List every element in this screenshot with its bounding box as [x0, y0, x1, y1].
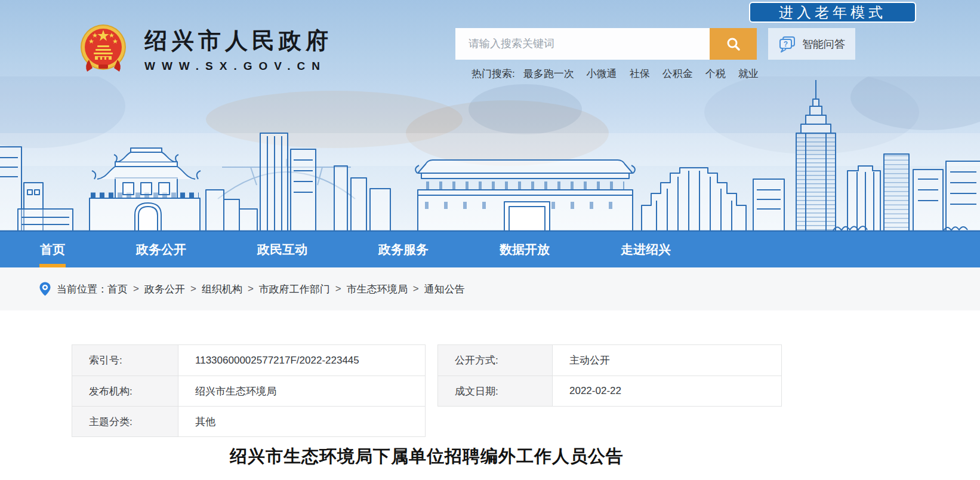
breadcrumb-link-gov-info[interactable]: 政务公开 — [144, 282, 185, 296]
elder-mode-button[interactable]: 进入老年模式 — [749, 2, 916, 23]
hot-link[interactable]: 公积金 — [662, 67, 693, 81]
site-brand[interactable]: 绍兴市人民政府 WWW.SX.GOV.CN — [79, 23, 332, 75]
breadcrumb-link-departments[interactable]: 市政府工作部门 — [259, 282, 330, 296]
svg-text:?: ? — [784, 40, 788, 48]
meta-value-disclosure: 主动公开 — [553, 345, 781, 376]
breadcrumb-link-notices[interactable]: 通知公告 — [424, 282, 465, 296]
meta-value-index-no: 11330600002577217F/2022-223445 — [178, 345, 425, 376]
nav-item-about-shaoxing[interactable]: 走进绍兴 — [621, 232, 671, 267]
meta-label-disclosure: 公开方式: — [438, 345, 553, 376]
meta-label-index-no: 索引号: — [72, 345, 178, 376]
table-row: 主题分类: 其他 — [72, 406, 425, 436]
meta-label-date: 成文日期: — [438, 376, 553, 406]
meta-table-left: 索引号: 11330600002577217F/2022-223445 发布机构… — [72, 344, 426, 437]
location-pin-icon — [39, 282, 51, 296]
meta-value-date: 2022-02-22 — [553, 376, 781, 406]
search-button[interactable] — [710, 28, 757, 60]
meta-value-issuer: 绍兴市生态环境局 — [178, 376, 425, 406]
main-nav: 首页 政务公开 政民互动 政务服务 数据开放 走进绍兴 — [0, 232, 980, 267]
breadcrumb-label: 当前位置： — [57, 282, 107, 296]
national-emblem-logo — [79, 23, 128, 75]
search-icon — [725, 36, 742, 53]
hot-link[interactable]: 小微通 — [587, 67, 617, 81]
search-input[interactable] — [455, 28, 710, 60]
nav-item-services[interactable]: 政务服务 — [378, 232, 429, 267]
table-row: 公开方式: 主动公开 — [438, 345, 781, 376]
search-zone: ? 智能问答 — [455, 28, 855, 60]
header-banner: 进入老年模式 — [0, 0, 980, 232]
table-row: 成文日期: 2022-02-22 — [438, 376, 781, 406]
document-meta-tables: 索引号: 11330600002577217F/2022-223445 发布机构… — [72, 344, 782, 437]
active-tab-indicator — [39, 264, 66, 267]
page-title: 绍兴市生态环境局下属单位招聘编外工作人员公告 — [72, 445, 782, 469]
table-row: 发布机构: 绍兴市生态环境局 — [72, 376, 425, 406]
hot-link[interactable]: 最多跑一次 — [523, 67, 574, 81]
breadcrumb-link-organizations[interactable]: 组织机构 — [202, 282, 242, 296]
breadcrumb-link-home[interactable]: 首页 — [107, 282, 128, 296]
hot-link[interactable]: 个税 — [705, 67, 726, 81]
hot-link[interactable]: 就业 — [738, 67, 759, 81]
nav-item-interaction[interactable]: 政民互动 — [257, 232, 307, 267]
smart-qa-button[interactable]: ? 智能问答 — [768, 28, 855, 60]
meta-label-category: 主题分类: — [72, 407, 178, 436]
hot-search-label: 热门搜索: — [471, 67, 515, 81]
site-url: WWW.SX.GOV.CN — [144, 60, 332, 73]
meta-label-issuer: 发布机构: — [72, 376, 178, 406]
nav-item-gov-info[interactable]: 政务公开 — [136, 232, 186, 267]
question-bubble-icon: ? — [778, 36, 796, 53]
smart-qa-label: 智能问答 — [802, 37, 845, 51]
meta-table-right: 公开方式: 主动公开 成文日期: 2022-02-22 — [437, 344, 782, 407]
hot-search-row: 热门搜索: 最多跑一次 小微通 社保 公积金 个税 就业 — [471, 67, 771, 81]
table-row: 索引号: 11330600002577217F/2022-223445 — [72, 345, 425, 376]
nav-item-open-data[interactable]: 数据开放 — [500, 232, 550, 267]
site-name: 绍兴市人民政府 — [144, 26, 332, 56]
article-content: 索引号: 11330600002577217F/2022-223445 发布机构… — [0, 344, 980, 469]
meta-value-category: 其他 — [178, 407, 425, 436]
city-skyline-illustration — [0, 76, 980, 232]
hot-link[interactable]: 社保 — [630, 67, 650, 81]
nav-item-home[interactable]: 首页 — [40, 232, 65, 267]
breadcrumb: 当前位置： 首页 > 政务公开 > 组织机构 > 市政府工作部门 > 市生态环境… — [0, 267, 980, 310]
breadcrumb-link-eco-bureau[interactable]: 市生态环境局 — [347, 282, 408, 296]
